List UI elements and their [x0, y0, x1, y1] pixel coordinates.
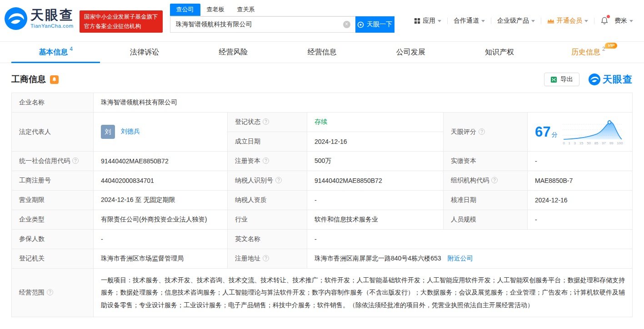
menu-apps-label: 应用 [423, 17, 435, 25]
menu-enterprise-products[interactable]: 企业级产品 [497, 17, 535, 25]
top-menu: 应用 合作通道 企业级产品 开通会员 [414, 16, 633, 25]
business-term-value: 2024-12-16 至 无固定期限 [94, 191, 228, 210]
crown-icon [547, 18, 554, 24]
tab-operation-risk[interactable]: 经营风险 [189, 42, 278, 63]
score-axis-labels: 0 1 3 15 50 85 97 99 100 [563, 141, 623, 145]
search-tab-relation[interactable]: 查关系 [231, 4, 261, 16]
taxpayer-id-value: 91440402MAE8850B72 [307, 171, 444, 191]
tab-label: 知识产权 [485, 48, 514, 57]
table-row-business-scope: 经营范围? 一般项目：技术服务、技术开发、技术咨询、技术交流、技术转让、技术推广… [12, 269, 633, 317]
tab-company-development[interactable]: 公司发展 [366, 42, 455, 63]
industry-value: 软件和信息技术服务业 [307, 210, 444, 230]
table-row-legal-rep: 法定代表人 刘 刘德兵 登记状态? 存续 天眼评分? [12, 113, 633, 132]
credit-code-value: 91440402MAE8850B72 [94, 152, 228, 171]
table-row-business-term: 营业期限 2024-12-16 至 无固定期限 纳税人资质 - 核准日期 202… [12, 191, 633, 210]
help-icon[interactable]: ? [479, 128, 485, 135]
nearby-companies-link[interactable]: 附近公司 [447, 255, 473, 262]
table-row-company-name: 企业名称 珠海智谱领航科技有限公司 [12, 93, 633, 113]
score-wrap: 67分 [535, 119, 625, 145]
help-icon[interactable]: ? [47, 289, 53, 295]
tab-operation-info[interactable]: 经营信息 [278, 42, 366, 63]
vip-badge: VIP [605, 43, 617, 49]
english-name-label: 英文名称 [228, 230, 307, 249]
menu-vip-label: 开通会员 [557, 17, 582, 25]
menu-divider [594, 18, 594, 24]
tianyancha-watermark: 天眼查 [589, 73, 633, 86]
menu-user-account[interactable]: 费米 [614, 17, 633, 25]
table-row-company-type: 企业类型 有限责任公司(外商投资企业法人独资) 行业 软件和信息技术服务业 人员… [12, 210, 633, 230]
reg-number-value: 440402000834701 [94, 171, 228, 191]
tab-label: 基本信息 [39, 48, 68, 57]
menu-partner-label: 合作通道 [454, 17, 479, 25]
certification-badge-line1: 国家中小企业发展子基金旗下 [84, 12, 158, 22]
reg-status-value: 存续 [307, 113, 444, 132]
export-button[interactable]: 导出 [544, 73, 579, 86]
search-input[interactable] [170, 16, 355, 33]
main-content: 工商信息 导出 天眼查 [0, 73, 644, 317]
business-scope-label: 经营范围? [12, 269, 94, 317]
search-tab-company[interactable]: 查公司 [170, 4, 200, 16]
right-tools: 导出 天眼查 [544, 73, 633, 86]
score-value-cell: 67分 [528, 113, 633, 152]
excel-export-icon [550, 76, 557, 83]
certification-badge-line2: 官方备案企业征信机构 [84, 22, 158, 31]
insured-count-value: - [94, 230, 228, 249]
table-row-reg-number: 工商注册号 440402000834701 纳税人识别号? 91440402MA… [12, 171, 633, 191]
help-icon[interactable]: ? [491, 177, 498, 183]
tab-intellectual-property[interactable]: 知识产权 [455, 42, 544, 63]
help-icon[interactable]: ? [275, 177, 282, 183]
legal-rep-link[interactable]: 刘德兵 [121, 128, 140, 135]
logo-title: 天眼查 [30, 9, 74, 22]
search-button-label: 天眼一下 [367, 20, 392, 29]
search-row: × 天眼一下 [170, 16, 394, 33]
legal-rep-avatar[interactable]: 刘 [101, 125, 115, 139]
page-title: 工商信息 [11, 74, 46, 85]
menu-open-vip[interactable]: 开通会员 [547, 17, 588, 25]
menu-divider [447, 18, 448, 24]
taxpayer-quality-value: - [307, 191, 444, 210]
apps-grid-icon [414, 18, 420, 24]
certification-badge: 国家中小企业发展子基金旗下 官方备案企业征信机构 [80, 10, 163, 33]
reg-capital-value: 500万 [307, 152, 444, 171]
notification-dot [607, 15, 610, 18]
subscribe-bell-icon[interactable] [50, 75, 59, 84]
menu-partner-channel[interactable]: 合作通道 [454, 17, 485, 25]
taxpayer-quality-label: 纳税人资质 [228, 191, 307, 210]
org-code-value: MAE8850B-7 [528, 171, 633, 191]
menu-user-label: 费米 [614, 17, 627, 25]
table-row-registry: 登记机关 珠海市香洲区市场监督管理局 注册地址? 珠海市香洲区南屏屏北一路840… [12, 249, 633, 269]
chevron-down-icon [531, 20, 535, 22]
tab-legal-litigation[interactable]: 法律诉讼 [100, 42, 189, 63]
clear-icon[interactable]: × [343, 21, 350, 28]
staff-size-label: 人员规模 [444, 210, 528, 230]
tab-basic-info[interactable]: 基本信息 4 [11, 42, 100, 63]
help-icon[interactable]: ? [263, 118, 269, 125]
menu-apps[interactable]: 应用 [414, 17, 441, 25]
tab-history-info[interactable]: 历史信息 2 VIP [544, 42, 633, 63]
search-tab-boss[interactable]: 查老板 [200, 4, 231, 16]
org-code-label: 组织机构代码? [444, 171, 528, 191]
tianyancha-logo[interactable]: 天眼查 TianYanCha.com [5, 7, 74, 30]
chevron-down-icon [584, 20, 588, 22]
search-button-logo-icon [357, 21, 364, 28]
help-icon[interactable]: ? [72, 157, 79, 164]
notifications-bell[interactable] [600, 16, 609, 25]
address-value: 珠海市香洲区南屏屏北一路840号4栋六楼653 附近公司 [307, 249, 633, 269]
tab-label: 历史信息 [571, 48, 600, 57]
insured-count-label: 参保人数 [12, 230, 94, 249]
help-icon[interactable]: ? [263, 157, 269, 164]
logo-subtitle: TianYanCha.com [30, 23, 74, 29]
help-icon[interactable]: ? [263, 255, 269, 261]
business-info-table: 企业名称 珠海智谱领航科技有限公司 法定代表人 刘 刘德兵 登记状态? [11, 93, 633, 317]
registry-value: 珠海市香洲区市场监督管理局 [94, 249, 228, 269]
score-label: 天眼评分? [444, 113, 528, 152]
section-head: 工商信息 导出 天眼查 [11, 73, 633, 86]
score-curve-chart [563, 119, 623, 141]
registry-label: 登记机关 [12, 249, 94, 269]
reg-number-label: 工商注册号 [12, 171, 94, 191]
approval-date-label: 核准日期 [444, 191, 528, 210]
search-button[interactable]: 天眼一下 [355, 16, 394, 33]
business-scope-value: 一般项目：技术服务、技术开发、技术咨询、技术交流、技术转让、技术推广；软件开发；… [94, 269, 633, 317]
search-tabs: 查公司 查老板 查关系 [170, 4, 394, 16]
section-nav: 基本信息 4 法律诉讼 经营风险 经营信息 公司发展 知识产权 历史信息 2 V… [0, 42, 644, 63]
